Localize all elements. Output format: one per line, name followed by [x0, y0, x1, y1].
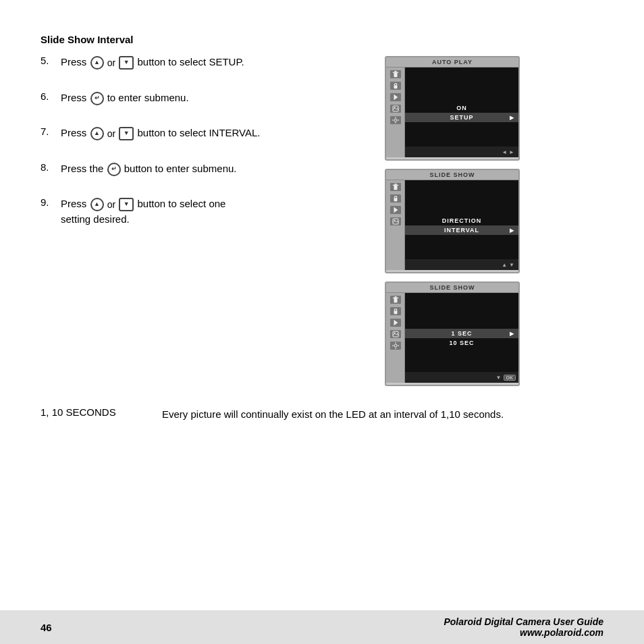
brand-line2: www.polaroid.com [444, 627, 603, 638]
lock-icon [390, 82, 401, 90]
btn-down-icon [119, 56, 134, 70]
svg-point-26 [394, 344, 397, 347]
svg-rect-13 [392, 185, 398, 186]
screen-slide-show-1: SLIDE SHOW [385, 169, 520, 273]
lock-2-icon [390, 194, 401, 203]
btn-up-icon [90, 56, 104, 70]
screen-1-item-on: ON [405, 103, 518, 113]
screen-1-main: ON SETUP ◄ ► [405, 68, 518, 157]
step-6-text: Press to enter submenu. [61, 90, 371, 106]
step-9-text: Press or button to select onesetting des… [61, 196, 371, 227]
screen-3-main: 1 SEC 10 SEC ▼ OK [405, 293, 518, 383]
page-content: Slide Show Interval 5. Press or button t… [0, 0, 644, 450]
play-icon [390, 93, 401, 101]
screen-3-item-10sec: 10 SEC [405, 338, 518, 348]
svg-rect-3 [394, 85, 397, 88]
step-5-row: 5. Press or button to select SETUP. [41, 55, 371, 70]
btn-down-3-icon [119, 198, 134, 211]
ok-badge: OK [504, 375, 516, 381]
step-7-text: Press or button to select INTERVAL. [61, 126, 371, 141]
screens-column: AUTO PLAY [385, 56, 533, 386]
screen-2-main: DIRECTION INTERVAL ▲ ▼ [405, 180, 518, 270]
btn-enter-1-icon [90, 92, 104, 105]
svg-rect-2 [394, 71, 396, 72]
screen-3-sidebar [386, 293, 405, 383]
brand-line1: Polaroid Digital Camera User Guide [444, 616, 603, 627]
step-6-num: 6. [41, 90, 61, 102]
image-icon [390, 105, 401, 113]
screen-1-title: AUTO PLAY [386, 57, 518, 68]
step-9-row: 9. Press or button to select onesetting … [41, 196, 371, 227]
step-7-row: 7. Press or button to select INTERVAL. [41, 126, 371, 141]
screen-2-sidebar [386, 180, 405, 270]
screen-2-item-interval: INTERVAL [405, 225, 518, 235]
play-3-icon [390, 319, 401, 327]
steps-column: 5. Press or button to select SETUP. 6. P… [41, 51, 385, 386]
btn-up-3-icon [90, 198, 104, 211]
settings-3-icon [390, 342, 401, 350]
svg-rect-1 [392, 72, 398, 73]
svg-rect-15 [394, 198, 397, 201]
play-2-icon [390, 206, 401, 214]
trash-3-icon [390, 296, 401, 304]
step-6-row: 6. Press to enter submenu. [41, 90, 371, 106]
section-title: Slide Show Interval [41, 34, 603, 45]
step-7-num: 7. [41, 126, 61, 137]
btn-up-2-icon [90, 127, 104, 140]
screen-2-title: SLIDE SHOW [386, 170, 518, 180]
trash-2-icon [390, 183, 401, 191]
description-text: Every picture will continually exist on … [162, 406, 603, 423]
svg-rect-20 [392, 298, 398, 298]
step-5-text: Press or button to select SETUP. [61, 55, 371, 70]
footer-brand: Polaroid Digital Camera User Guide www.p… [444, 616, 603, 638]
svg-rect-22 [394, 311, 397, 314]
screen-auto-play: AUTO PLAY [385, 56, 520, 161]
step-8-num: 8. [41, 161, 61, 173]
description-row: 1, 10 SECONDS Every picture will continu… [41, 406, 603, 423]
svg-rect-12 [394, 186, 397, 190]
page-number: 46 [41, 622, 52, 633]
btn-down-2-icon [119, 127, 134, 140]
screen-slide-show-2: SLIDE SHOW [385, 281, 520, 386]
svg-rect-19 [394, 298, 397, 303]
footer: 46 Polaroid Digital Camera User Guide ww… [0, 610, 644, 644]
svg-point-7 [394, 119, 397, 122]
step-8-row: 8. Press the button to enter submenu. [41, 161, 371, 177]
settings-icon [390, 116, 401, 124]
lock-3-icon [390, 307, 401, 315]
svg-rect-21 [394, 296, 396, 298]
image-2-icon [390, 217, 401, 225]
trash-icon [390, 70, 401, 78]
svg-marker-23 [394, 320, 398, 325]
screen-1-item-setup: SETUP [405, 113, 518, 122]
description-label: 1, 10 SECONDS [41, 406, 149, 423]
svg-marker-4 [394, 95, 398, 100]
step-5-num: 5. [41, 55, 61, 66]
step-8-text: Press the button to enter submenu. [61, 161, 371, 177]
screen-3-title: SLIDE SHOW [386, 283, 518, 293]
screen-3-item-1sec: 1 SEC [405, 329, 518, 338]
btn-enter-2-icon [107, 163, 121, 176]
svg-rect-0 [394, 73, 397, 78]
screen-2-item-direction: DIRECTION [405, 216, 518, 225]
image-3-icon [390, 330, 401, 338]
svg-marker-16 [394, 207, 398, 213]
screen-1-sidebar [386, 68, 405, 157]
svg-rect-14 [394, 184, 396, 185]
step-9-num: 9. [41, 196, 61, 208]
